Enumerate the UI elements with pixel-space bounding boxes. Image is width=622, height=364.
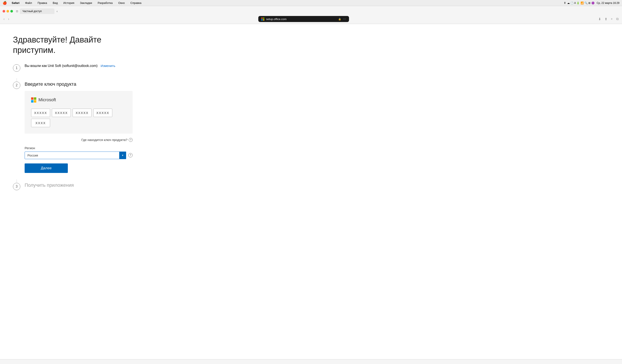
region-select-wrapper: Россия ▼ xyxy=(25,152,126,159)
step-2-content: Введите ключ продукта Microsoft xyxy=(25,81,609,173)
tabs-overview-button[interactable]: ⧉ xyxy=(615,17,620,21)
menu-develop[interactable]: Разработка xyxy=(97,1,113,5)
apple-logo-icon: 🍎 xyxy=(2,1,7,5)
address-text: setup.office.com xyxy=(266,18,336,21)
sidebar-toggle-icon[interactable]: ⊡ xyxy=(16,10,18,13)
browser-chrome: ⊡ Частный доступ ‹ ‹ › setup.office.com … xyxy=(0,6,622,24)
status-bar xyxy=(0,359,622,364)
key-help-icon[interactable]: ? xyxy=(129,138,133,142)
forward-button[interactable]: › xyxy=(7,17,10,21)
product-key-inputs xyxy=(31,109,126,127)
step-connector-2 xyxy=(13,179,20,182)
menu-help[interactable]: Справка xyxy=(130,1,142,5)
browser-toolbar: ‹ › setup.office.com 🔒 ⋯ ⬇ ⬆ + ⧉ xyxy=(0,15,622,24)
ms-logo-large xyxy=(31,97,36,103)
tab-bar: ⊡ Частный доступ ‹ xyxy=(0,6,622,15)
maximize-button[interactable] xyxy=(10,10,13,13)
tab-back-icon[interactable]: ‹ xyxy=(57,9,58,13)
step-2-number: 2 xyxy=(13,82,20,89)
menu-edit[interactable]: Правка xyxy=(37,1,48,5)
product-key-help: Где находится ключ продукта? ? xyxy=(25,138,133,142)
ms-card-header: Microsoft xyxy=(31,97,126,103)
minimize-button[interactable] xyxy=(6,10,9,13)
step-3: 3 Получить приложения xyxy=(13,182,609,190)
step-connector-1 xyxy=(13,78,20,81)
ms-favicon xyxy=(261,18,264,20)
step-1-number: 1 xyxy=(13,64,20,72)
step-1-sub-text: (softunit@outlook.com) xyxy=(62,64,98,68)
address-bar[interactable]: setup.office.com 🔒 ⋯ xyxy=(258,16,349,22)
menu-bookmarks[interactable]: Закладки xyxy=(79,1,93,5)
next-button[interactable]: Далее xyxy=(25,163,68,173)
menu-bar: 🍎 Safari Файл Правка Вид История Закладк… xyxy=(0,0,622,6)
lock-icon: 🔒 xyxy=(338,18,341,20)
region-select-container: Россия ▼ ? xyxy=(25,152,133,159)
address-bar-container: setup.office.com 🔒 ⋯ xyxy=(12,16,595,22)
step-1-text: Вы вошли как Unit Soft (softunit@outlook… xyxy=(25,64,609,68)
menu-view[interactable]: Вид xyxy=(52,1,59,5)
ms-card: Microsoft xyxy=(25,91,133,134)
key-field-3[interactable] xyxy=(73,109,92,117)
key-field-4[interactable] xyxy=(93,109,112,117)
tab-label: Частный доступ xyxy=(22,10,42,13)
browser-content: Здравствуйте! Давайте приступим. 1 Вы во… xyxy=(0,24,622,359)
menubar-time: Ср, 22 марта 16:29 xyxy=(597,1,620,4)
address-more-icon[interactable]: ⋯ xyxy=(343,17,346,21)
menubar-icons: 🎙 ☁ 🕐 A 🔋 📶 🔍 ⊞ 🟣 xyxy=(564,1,594,4)
close-button[interactable] xyxy=(2,10,5,13)
region-select[interactable]: Россия xyxy=(25,152,126,159)
key-field-5[interactable] xyxy=(31,119,50,127)
menu-file[interactable]: Файл xyxy=(24,1,33,5)
step-3-content: Получить приложения xyxy=(25,182,609,188)
page-title: Здравствуйте! Давайте приступим. xyxy=(13,35,609,55)
change-account-link[interactable]: Изменить xyxy=(101,64,115,68)
region-section: Регион Россия ▼ ? xyxy=(25,146,609,159)
ms-brand-name: Microsoft xyxy=(39,97,56,102)
share-button[interactable]: ⬆ xyxy=(604,17,608,21)
browser-tab[interactable]: Частный доступ xyxy=(20,8,54,14)
menu-window[interactable]: Окно xyxy=(117,1,126,5)
key-field-1[interactable] xyxy=(31,109,50,117)
window-controls xyxy=(2,10,13,13)
step-3-number: 3 xyxy=(13,183,20,190)
region-help-icon[interactable]: ? xyxy=(128,153,133,157)
back-button[interactable]: ‹ xyxy=(2,17,5,21)
step-1-content: Вы вошли как Unit Soft (softunit@outlook… xyxy=(25,64,609,68)
menu-safari[interactable]: Safari xyxy=(11,1,20,5)
step-1-main-text: Вы вошли как Unit Soft xyxy=(25,64,61,68)
step-2: 2 Введите ключ продукта Microsoft xyxy=(13,81,609,173)
region-label: Регион xyxy=(25,146,609,150)
step-1: 1 Вы вошли как Unit Soft (softunit@outlo… xyxy=(13,64,609,72)
menu-history[interactable]: История xyxy=(63,1,75,5)
step-3-label: Получить приложения xyxy=(25,182,609,188)
key-field-2[interactable] xyxy=(52,109,71,117)
step-2-label: Введите ключ продукта xyxy=(25,81,609,87)
download-button[interactable]: ⬇ xyxy=(597,17,602,21)
key-help-text: Где находится ключ продукта? xyxy=(81,138,127,142)
new-tab-button[interactable]: + xyxy=(610,17,614,21)
